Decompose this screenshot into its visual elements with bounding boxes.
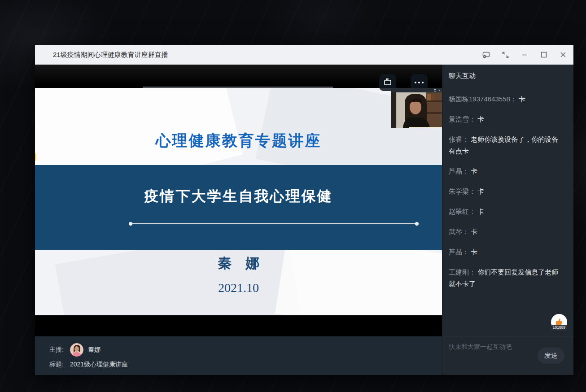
presentation-slide: 心理健康教育专题讲座 疫情下大学生自我心理保健 秦 娜 2021.10 — [35, 88, 442, 315]
chat-sender: 王建刚： — [449, 268, 476, 276]
pip-settings-button[interactable] — [482, 51, 490, 59]
send-button[interactable]: 发送 — [538, 348, 564, 364]
stream-title: 2021级心理健康讲座 — [70, 361, 128, 369]
chat-sender: 赵翠红： — [449, 208, 476, 215]
like-count-badge: 101889 — [551, 325, 568, 331]
chat-message: 景浩雪： 卡 — [449, 113, 567, 125]
video-player[interactable]: 心理健康教育专题讲座 疫情下大学生自我心理保健 秦 娜 2021.10 — [35, 65, 442, 336]
chat-sender: 武琴： — [449, 228, 469, 235]
chat-sender: 芦晶： — [449, 248, 469, 256]
stream-column: 心理健康教育专题讲座 疫情下大学生自我心理保健 秦 娜 2021.10 — [35, 65, 442, 375]
close-icon — [560, 52, 566, 58]
webcam-video — [391, 92, 442, 128]
slide-title: 心理健康教育专题讲座 — [35, 131, 442, 151]
chat-text: 卡 — [471, 167, 477, 175]
host-avatar — [70, 343, 83, 357]
chat-text: 卡 — [477, 187, 484, 195]
chat-message: 杨国栋19374643558： 卡 — [449, 93, 567, 105]
slide-subtitle-band: 疫情下大学生自我心理保健 — [35, 165, 442, 250]
chat-message: 张睿： 老师你该换设备了，你的设备有点卡 — [449, 134, 567, 157]
chat-header: 聊天互动 — [449, 72, 567, 80]
chat-sender: 景浩雪： — [449, 115, 476, 123]
stream-title-label: 标题: — [49, 361, 64, 369]
webcam-maximize-icon[interactable] — [434, 89, 436, 91]
pip-settings-icon — [482, 51, 490, 59]
chat-message-list[interactable]: 聊天互动 杨国栋19374643558： 卡 景浩雪： 卡 张睿： 老师你该换设… — [442, 65, 573, 336]
close-button[interactable] — [559, 51, 567, 59]
chat-sender: 杨国栋19374643558： — [449, 95, 517, 103]
window-titlebar[interactable]: 21级疫情期间心理健康教育讲座群直播 — [35, 45, 573, 65]
maximize-button[interactable] — [540, 51, 548, 59]
chat-sender: 张睿： — [449, 135, 469, 143]
chat-text: 卡 — [471, 248, 477, 256]
host-info-bar: 主播: 秦娜 标题: 2021级心理健康讲座 — [35, 336, 442, 375]
maximize-icon — [541, 52, 547, 58]
host-label: 主播: — [49, 346, 64, 354]
chat-input-area: 发送 — [442, 336, 573, 375]
like-widget: 101889 — [551, 314, 567, 332]
slide-date: 2021.10 — [35, 281, 442, 295]
chat-sender: 朱学梁： — [449, 187, 476, 195]
slide-divider-line — [131, 223, 417, 224]
webcam-close-icon[interactable]: ✕ — [438, 89, 441, 92]
minimize-icon — [521, 52, 528, 58]
more-icon — [415, 82, 424, 83]
chat-message: 武琴： 卡 — [449, 226, 567, 238]
fullscreen-button[interactable] — [501, 51, 509, 59]
chat-message: 朱学梁： 卡 — [449, 186, 567, 197]
window-body: 心理健康教育专题讲座 疫情下大学生自我心理保健 秦 娜 2021.10 — [35, 65, 573, 375]
slide-edge-artifact — [35, 153, 36, 161]
window-title: 21级疫情期间心理健康教育讲座群直播 — [53, 51, 482, 59]
chat-text: 卡 — [519, 95, 525, 103]
expand-icon — [502, 51, 509, 59]
chat-sidebar: 聊天互动 杨国栋19374643558： 卡 景浩雪： 卡 张睿： 老师你该换设… — [442, 65, 573, 375]
window-controls — [482, 51, 567, 59]
slide-speaker-name: 秦 娜 — [35, 254, 442, 273]
chat-sender: 芦晶： — [449, 167, 469, 175]
chat-message: 赵翠红： 卡 — [449, 206, 567, 218]
webcam-overlay[interactable]: ✕ — [391, 88, 442, 128]
chat-text: 卡 — [477, 208, 484, 215]
chat-message: 王建刚： 你们不要回复发信息了老师就不卡了 — [449, 266, 567, 290]
webcam-titlebar: ✕ — [391, 88, 442, 92]
chat-message: 芦晶： 卡 — [449, 166, 567, 177]
chat-text: 卡 — [477, 115, 484, 123]
live-stream-window: 21级疫情期间心理健康教育讲座群直播 — [35, 45, 573, 375]
chat-message: 芦晶： 卡 — [449, 246, 567, 258]
share-screen-icon — [383, 78, 393, 88]
minimize-button[interactable] — [520, 51, 529, 59]
chat-text: 卡 — [471, 228, 477, 235]
slide-subtitle: 疫情下大学生自我心理保健 — [35, 187, 442, 206]
host-name: 秦娜 — [88, 346, 101, 354]
chat-input[interactable] — [449, 343, 525, 350]
